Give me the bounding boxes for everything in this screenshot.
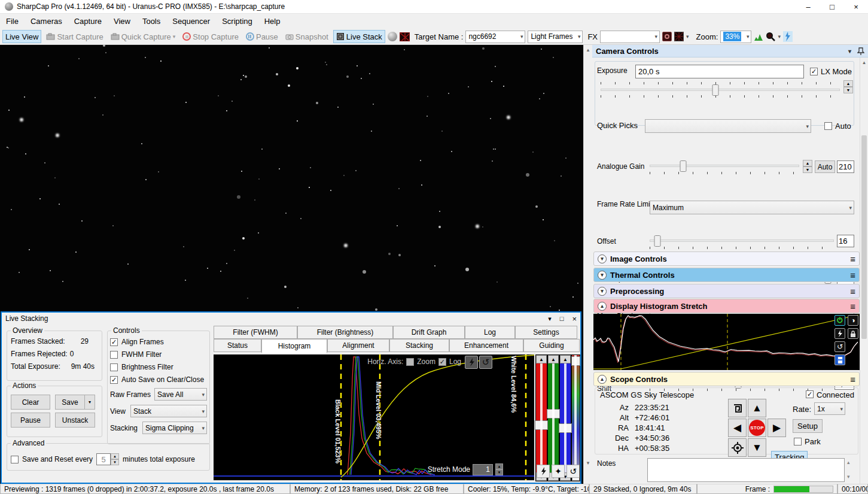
hamburger-icon[interactable]: ≡ bbox=[850, 254, 855, 264]
slew-up-button[interactable]: ▲ bbox=[748, 399, 766, 417]
pin-icon[interactable] bbox=[857, 47, 864, 55]
stack-sparkle-button[interactable]: ✦ bbox=[552, 465, 565, 478]
stack-lightning-button[interactable] bbox=[537, 465, 550, 478]
maximize-button[interactable]: □ bbox=[820, 0, 844, 13]
exposure-auto-checkbox[interactable] bbox=[824, 122, 832, 130]
section-thermal-controls[interactable]: ▾ Thermal Controls ≡ bbox=[593, 268, 860, 282]
offset-slider[interactable] bbox=[650, 240, 834, 242]
tab-guiding[interactable]: Guiding bbox=[523, 339, 580, 352]
live-view-button[interactable]: Live View bbox=[2, 30, 41, 43]
slew-down-button[interactable]: ▼ bbox=[748, 438, 766, 457]
auto-save-row[interactable]: ✓Auto Save on Clear/Close bbox=[110, 375, 207, 384]
tab-alignment[interactable]: Alignment bbox=[327, 339, 389, 352]
chevron-down-icon[interactable]: ▾ bbox=[778, 34, 781, 40]
menu-sequencer[interactable]: Sequencer bbox=[166, 14, 216, 29]
stretch-mode-spinner[interactable]: ▲▼ bbox=[495, 463, 503, 475]
tab-filter-fwhm[interactable]: Filter (FWHM) bbox=[214, 326, 297, 339]
save-reset-spinner[interactable]: ▲▼ bbox=[111, 453, 119, 465]
magnifier-icon[interactable] bbox=[766, 32, 775, 41]
live-stacking-header[interactable]: Live Stacking ▾ □ × bbox=[2, 313, 580, 325]
save-dropdown-button[interactable]: ▾ bbox=[84, 395, 95, 410]
notes-textarea[interactable] bbox=[647, 458, 845, 482]
quick-picks-combo[interactable]: ▾ bbox=[645, 119, 811, 133]
panel-close-icon[interactable]: × bbox=[572, 314, 577, 323]
hamburger-icon[interactable]: ≡ bbox=[850, 286, 855, 296]
fx-combo[interactable]: ▾ bbox=[600, 31, 660, 43]
tab-stacking[interactable]: Stacking bbox=[389, 339, 449, 352]
offset-slider-handle[interactable] bbox=[654, 235, 661, 247]
tab-settings[interactable]: Settings bbox=[515, 326, 577, 339]
scroll-up-icon[interactable]: ▴ bbox=[860, 57, 868, 66]
horiz-zoom-checkbox[interactable] bbox=[406, 358, 414, 366]
horiz-log-checkbox[interactable]: ✓ bbox=[438, 358, 446, 366]
stop-capture-button[interactable]: Stop Capture bbox=[180, 30, 241, 43]
tab-log[interactable]: Log bbox=[465, 326, 515, 339]
stretch-power-button[interactable]: ⏻ bbox=[835, 315, 845, 326]
stretch-autostretch-button[interactable] bbox=[835, 328, 845, 339]
analogue-gain-value[interactable]: 210 bbox=[837, 160, 854, 173]
reconnect-plug-icon[interactable] bbox=[783, 31, 793, 42]
slew-stop-button[interactable]: STOP bbox=[748, 419, 766, 437]
blue-level-slider[interactable]: ▲ ▼ bbox=[560, 355, 571, 481]
analogue-gain-slider-handle[interactable] bbox=[680, 160, 686, 172]
camera-controls-header[interactable]: Camera Controls ▾ bbox=[592, 45, 868, 57]
scrollbar-thumb[interactable] bbox=[861, 135, 867, 339]
menu-file[interactable]: File bbox=[0, 14, 25, 29]
expand-icon[interactable]: ▾ bbox=[598, 287, 607, 296]
menu-tools[interactable]: Tools bbox=[136, 14, 166, 29]
planet-icon[interactable] bbox=[388, 32, 397, 41]
brightness-filter-row[interactable]: Brightness Filter bbox=[110, 363, 207, 371]
exposure-slider-handle[interactable] bbox=[712, 84, 719, 96]
red-level-slider[interactable]: ▲ ▼ bbox=[536, 355, 547, 481]
green-level-slider[interactable]: ▲ ▼ bbox=[548, 355, 559, 481]
green-up-icon[interactable]: ▲ bbox=[548, 355, 559, 363]
save-button[interactable]: Save bbox=[55, 395, 85, 410]
panel-collapse-icon[interactable]: ▾ bbox=[848, 48, 851, 54]
snapshot-button[interactable]: Snapshot bbox=[283, 30, 331, 43]
analogue-gain-auto-button[interactable]: Auto bbox=[815, 160, 835, 173]
park-checkbox[interactable] bbox=[794, 438, 802, 445]
lx-mode-checkbox[interactable]: ✓ bbox=[810, 68, 818, 75]
rate-combo[interactable]: 1x▾ bbox=[814, 402, 845, 415]
stack-reset-stretch-button[interactable]: ↺ bbox=[479, 356, 492, 369]
expand-icon[interactable]: ▾ bbox=[598, 271, 607, 280]
start-capture-button[interactable]: Start Capture bbox=[44, 30, 105, 43]
camera-panel-scrollbar[interactable]: ▴ bbox=[860, 57, 868, 484]
menu-view[interactable]: View bbox=[108, 14, 136, 29]
display-histogram-stretch-plot[interactable]: ⏻ ◑ ↺ bbox=[593, 314, 860, 370]
quick-capture-button[interactable]: Quick Capture ▾ bbox=[108, 30, 178, 43]
master-level-slider[interactable] bbox=[572, 355, 580, 481]
reticle-icon[interactable] bbox=[662, 32, 672, 41]
target-name-combo[interactable]: ngc6692▾ bbox=[465, 31, 525, 43]
stretch-contrast-button[interactable]: ◑ bbox=[848, 315, 858, 326]
align-frames-row[interactable]: ✓Align Frames bbox=[110, 338, 207, 346]
stretch-lock-button[interactable] bbox=[848, 328, 858, 339]
collapse-icon[interactable]: ▴ bbox=[598, 302, 607, 311]
scope-connected-checkbox[interactable]: ✓ bbox=[806, 390, 814, 398]
spiral-search-button[interactable] bbox=[728, 399, 747, 417]
unstack-button[interactable]: Unstack bbox=[55, 413, 95, 428]
blue-up-icon[interactable]: ▲ bbox=[560, 355, 571, 363]
zoom-combo[interactable]: 33%▾ bbox=[720, 31, 751, 43]
clear-button[interactable]: Clear bbox=[11, 395, 50, 410]
section-scope-controls[interactable]: ▴ Scope Controls ≡ bbox=[593, 372, 860, 386]
histogram-icon[interactable] bbox=[754, 32, 763, 41]
pause-button[interactable]: Pause bbox=[243, 30, 281, 43]
menu-help[interactable]: Help bbox=[258, 14, 287, 29]
section-preprocessing[interactable]: ▾ Preprocessing ≡ bbox=[593, 284, 860, 298]
scroll-up-icon[interactable]: ▴ bbox=[584, 45, 592, 54]
raw-frames-combo[interactable]: Save All▾ bbox=[154, 388, 207, 401]
stretch-save-button[interactable] bbox=[835, 354, 845, 365]
hamburger-icon[interactable]: ≡ bbox=[850, 301, 855, 311]
expand-icon[interactable]: ▾ bbox=[598, 254, 607, 263]
frame-type-combo[interactable]: Light Frames▾ bbox=[528, 31, 583, 43]
main-vertical-scrollbar[interactable]: ▴ ▾ bbox=[583, 45, 592, 484]
offset-value[interactable]: 16 bbox=[837, 235, 854, 247]
red-up-icon[interactable]: ▲ bbox=[536, 355, 547, 363]
tab-drift-graph[interactable]: Drift Graph bbox=[393, 326, 465, 339]
minimize-button[interactable]: – bbox=[796, 0, 820, 13]
menu-capture[interactable]: Capture bbox=[68, 14, 108, 29]
slew-left-button[interactable]: ◀ bbox=[728, 419, 747, 437]
live-stack-button[interactable]: Live Stack bbox=[333, 30, 385, 43]
section-display-histogram-stretch[interactable]: ▴ Display Histogram Stretch ≡ bbox=[593, 299, 860, 313]
